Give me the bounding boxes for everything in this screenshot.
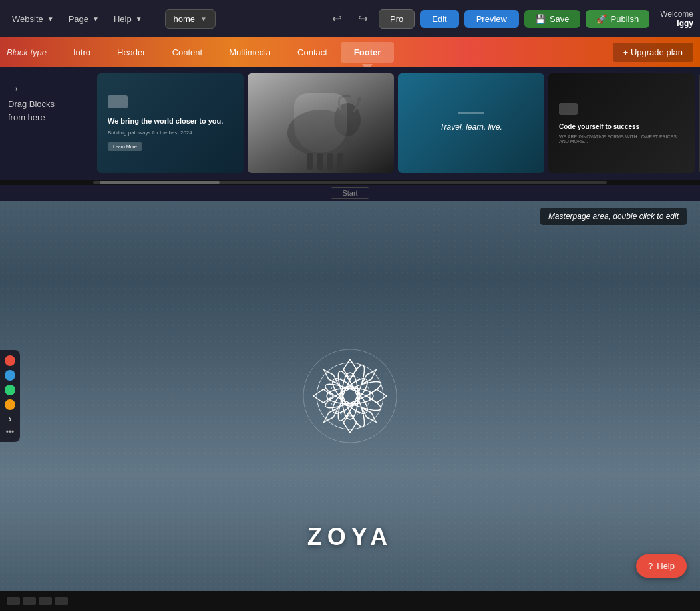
welcome-text: Welcome xyxy=(660,9,693,19)
palette-color-red[interactable] xyxy=(5,355,15,366)
publish-button[interactable]: 🚀 Publish xyxy=(586,10,650,28)
page-label: Page xyxy=(69,14,88,24)
edit-label: Edit xyxy=(432,14,446,24)
tab-multimedia[interactable]: Multimedia xyxy=(216,42,284,63)
svg-rect-6 xyxy=(337,153,343,170)
scrollbar-thumb xyxy=(100,181,220,184)
tab-contact[interactable]: Contact xyxy=(284,42,341,63)
canvas-logo-svg xyxy=(283,329,417,463)
card3-logo xyxy=(458,112,484,117)
username: Iggy xyxy=(677,19,693,28)
palette-color-green[interactable] xyxy=(5,385,15,395)
palette-bar: › ••• xyxy=(0,350,20,442)
page-selector[interactable]: home ▼ xyxy=(165,9,216,29)
preview-button[interactable]: Preview xyxy=(464,10,519,28)
tab-header[interactable]: Header xyxy=(104,42,159,63)
block-type-label: Block type xyxy=(7,47,47,57)
upgrade-label: + Upgrade plan xyxy=(623,47,683,57)
drag-arrow-icon: → xyxy=(8,80,20,98)
help-label: Help xyxy=(657,561,675,571)
redo-button[interactable]: ↪ xyxy=(353,9,373,29)
page-menu[interactable]: Page ▼ xyxy=(63,10,104,28)
start-label-area: Start xyxy=(0,185,700,201)
template-card-1[interactable]: We bring the world closer to you. Buildi… xyxy=(97,73,244,173)
page-chevron-icon: ▼ xyxy=(92,15,99,23)
help-button[interactable]: ? Help xyxy=(636,554,687,578)
block-tabs: Intro Header Content Multimedia Contact … xyxy=(60,42,613,63)
card4-title: Code yourself to success xyxy=(559,123,639,130)
template-scrollbar[interactable] xyxy=(0,180,700,185)
publish-icon: 🚀 xyxy=(596,14,607,24)
block-type-bar: Block type Intro Header Content Multimed… xyxy=(0,37,700,67)
tab-intro[interactable]: Intro xyxy=(60,42,104,63)
help-label: Help xyxy=(114,14,132,24)
pro-button[interactable]: Pro xyxy=(379,9,415,29)
bottom-icons xyxy=(7,597,68,605)
svg-point-18 xyxy=(303,349,397,443)
palette-color-orange[interactable] xyxy=(5,399,15,410)
template-card-4[interactable]: Code yourself to success WE ARE INNOVATI… xyxy=(548,73,695,173)
bottom-nav-icon-4[interactable] xyxy=(55,597,68,605)
palette-arrow-icon[interactable]: › xyxy=(9,414,12,423)
card1-subtitle: Building pathways for the best 2024 xyxy=(108,130,192,136)
template-card-3[interactable]: Travel. learn. live. xyxy=(398,73,544,173)
svg-rect-4 xyxy=(317,153,323,170)
drag-label: → Drag Blocks from here xyxy=(0,67,93,180)
canvas-area[interactable]: Masterpage area, double click to edit xyxy=(0,201,700,591)
nav-actions: ↩ ↪ Pro Edit Preview 💾 Save 🚀 Publish We… xyxy=(327,9,693,29)
card1-btn: Learn More xyxy=(108,142,142,151)
svg-rect-5 xyxy=(327,153,333,170)
masterpage-badge[interactable]: Masterpage area, double click to edit xyxy=(540,208,687,225)
palette-color-blue[interactable] xyxy=(5,370,15,381)
canvas-brand: ZOYA xyxy=(307,523,393,551)
help-question-icon: ? xyxy=(648,561,653,571)
tab-footer[interactable]: Footer xyxy=(341,42,394,63)
page-selector-chevron-icon: ▼ xyxy=(200,15,207,23)
bottom-nav-icon-1[interactable] xyxy=(7,597,20,605)
start-label-text: Start xyxy=(331,187,369,199)
bottom-nav-icon-3[interactable] xyxy=(39,597,52,605)
upgrade-button[interactable]: + Upgrade plan xyxy=(613,43,693,62)
card2-image xyxy=(248,73,394,173)
card4-subtitle: WE ARE INNOVATIVE FORMS WITH LOWEST PRIC… xyxy=(559,134,684,144)
preview-label: Preview xyxy=(476,14,507,24)
drag-label-text1: Drag Blocks xyxy=(8,98,55,111)
palette-more-icon[interactable]: ••• xyxy=(6,427,15,437)
drag-blocks-area: → Drag Blocks from here We bring the wor… xyxy=(0,67,700,180)
template-strip: We bring the world closer to you. Buildi… xyxy=(93,67,700,180)
svg-rect-3 xyxy=(307,153,313,170)
drag-label-text2: from here xyxy=(8,111,45,124)
edit-button[interactable]: Edit xyxy=(420,10,458,28)
save-icon: 💾 xyxy=(535,14,546,24)
page-selector-value: home xyxy=(174,14,196,24)
pro-label: Pro xyxy=(390,14,403,24)
publish-label: Publish xyxy=(611,14,639,24)
tab-footer-wrapper: Footer xyxy=(341,42,394,63)
tab-content[interactable]: Content xyxy=(159,42,216,63)
help-chevron-icon: ▼ xyxy=(136,15,142,23)
scrollbar-track xyxy=(93,181,607,184)
template-card-2[interactable] xyxy=(248,73,394,173)
website-menu[interactable]: Website ▼ xyxy=(7,10,59,28)
website-chevron-icon: ▼ xyxy=(47,15,54,23)
website-label: Website xyxy=(12,14,43,24)
card3-title: Travel. learn. live. xyxy=(440,122,502,132)
card1-title: We bring the world closer to you. xyxy=(108,116,223,126)
save-button[interactable]: 💾 Save xyxy=(524,10,580,28)
top-navbar: Website ▼ Page ▼ Help ▼ home ▼ ↩ ↪ Pro E… xyxy=(0,0,700,37)
user-info: Welcome Iggy xyxy=(660,9,693,28)
help-menu[interactable]: Help ▼ xyxy=(108,10,148,28)
bottom-bar xyxy=(0,591,700,611)
save-label: Save xyxy=(550,14,570,24)
masterpage-text: Masterpage area, double click to edit xyxy=(548,212,679,221)
undo-button[interactable]: ↩ xyxy=(327,9,347,29)
bottom-nav-icon-2[interactable] xyxy=(23,597,36,605)
